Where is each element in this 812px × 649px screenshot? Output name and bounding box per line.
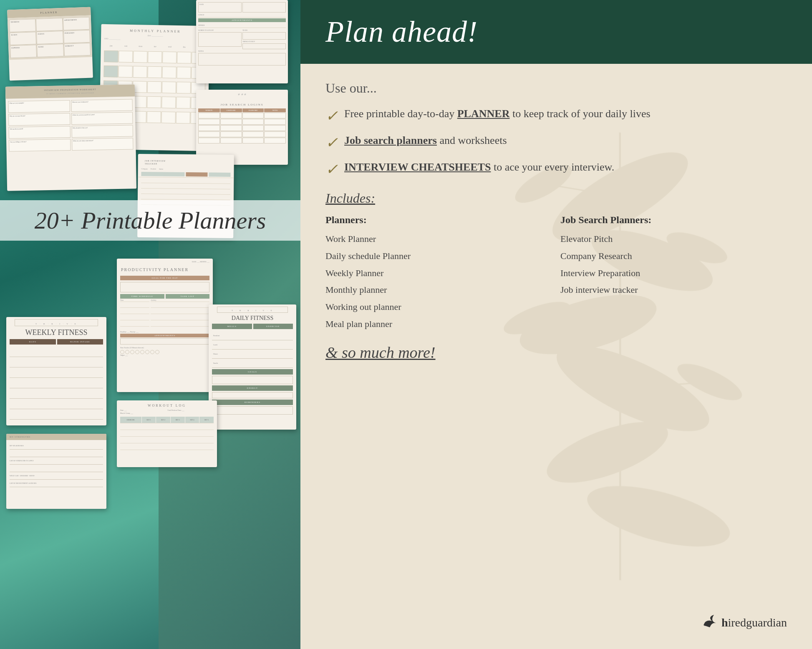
grid-cell: APPOINTMENTS [63, 17, 90, 30]
check-icon: ✓ [325, 134, 338, 151]
list-item: Daily schedule Planner [325, 248, 552, 265]
weekly-fitness-title: WEEKLY FITNESS [6, 328, 106, 337]
feature-interview: ✓ INTERVIEW CHEATSHEETS to ace your ever… [325, 160, 787, 178]
interview-prep-card: INTERVIEW PREPARATION WORKSHEET 10 MOST … [5, 84, 136, 191]
cal-grid: pnr sun mon tue wed thu fri [101, 44, 209, 49]
workout-log-title: WORKOUT LOG [117, 400, 217, 409]
list-item: Weekly Planner [325, 265, 552, 282]
overlay-text: 20+ Printable Planners [0, 200, 300, 241]
planners-column: Planners: Work Planner Daily schedule Pl… [325, 214, 552, 333]
grid-cell: NOTES [37, 44, 63, 57]
time-row: DINNER [198, 23, 286, 28]
header-title: Plan ahead! [325, 15, 787, 49]
right-panel: Plan ahead! Use our... ✓ Free printable … [300, 0, 812, 649]
appointments-section: Deadline: ___ Priority: ___ APPOINTMENTS [120, 330, 209, 345]
fitness-rows [6, 347, 106, 420]
overlay-bg: 20+ Printable Planners [0, 200, 300, 241]
job-search-logins-card: ✿ ✿ ✿ JOB SEARCH LOGINS WEBSITE USERNAME… [196, 90, 288, 165]
table-header: WEBSITE USERNAME PASSWORD NOTES [196, 108, 288, 112]
feature-job-search: ✓ Job search planners and worksheets [325, 133, 787, 151]
list-item: Work Planner [325, 231, 552, 248]
planners-list: Work Planner Daily schedule Planner Week… [325, 231, 552, 333]
use-our-label: Use our... [325, 80, 787, 96]
grid-cell [36, 18, 63, 31]
log-header-row: EXERCISE Set 1 Set 2 Set 3 Set 4 Set 5 [120, 417, 214, 423]
card-grid: THURSDAY APPOINTMENTS TO DO'S EVENTS PUR… [8, 15, 92, 60]
grid-cell: WORKOUT [64, 43, 91, 56]
svg-point-5 [581, 474, 736, 559]
table-rows [196, 113, 288, 143]
energy-label: ENERGY [212, 385, 293, 391]
question-cell: Where do you see yourself in 5 years? [71, 112, 133, 125]
so-much-more: & so much more! [325, 343, 787, 362]
cal-week-2 [100, 65, 209, 79]
question-cell: Why do you want this job? [8, 113, 70, 126]
grid-cell: EXPENSES [10, 45, 37, 58]
check-icon: ✓ [325, 161, 338, 178]
task-rows [117, 302, 213, 327]
question-cell: What are your weaknesses? [71, 99, 133, 112]
productivity-planner-title: PRODUCTIVITY PLANNER [117, 263, 213, 274]
questions-grid: What are your strengths? What are your w… [5, 96, 136, 154]
svg-point-4 [540, 410, 675, 496]
list-item: Meal plan planner [325, 316, 552, 333]
productivity-planner-card: DATE: ___ MONTH: ___ PRODUCTIVITY PLANNE… [117, 259, 213, 392]
brand-name: hiredguardian [721, 616, 787, 629]
grid-cell: EVENTS [36, 31, 63, 44]
job-search-heading: Job Search Planners: [560, 214, 787, 226]
workout-log-card: WORKOUT LOG Date: ___ Total Workout Time… [117, 400, 217, 467]
job-interview-tracker-title: JOB INTERVIEWTRACKER [138, 154, 234, 169]
list-item: Company Research [560, 248, 787, 265]
wing-icon [701, 613, 718, 632]
log-table: EXERCISE Set 1 Set 2 Set 3 Set 4 Set 5 [120, 417, 214, 450]
brand-text: T · H · R · I · V · E [15, 319, 98, 326]
check-icon: ✓ [325, 107, 338, 125]
feature-planner-text: Free printable day-to-day PLANNER to kee… [344, 106, 651, 121]
overlay-title: 20+ Printable Planners [8, 206, 292, 234]
question-cell: Why should we hire you? [71, 125, 133, 138]
question-cell: What are your salary expectations? [72, 138, 134, 151]
includes-title: Includes: [325, 191, 787, 206]
job-search-column: Job Search Planners: Elevator Pitch Comp… [560, 214, 787, 333]
form-section: MY WEAKNESSES LIST OF STRENGTHS TO APPLY… [6, 440, 106, 489]
content-area: Use our... ✓ Free printable day-to-day P… [300, 64, 812, 378]
cal-week-1 [101, 50, 209, 64]
list-item: Working out planner [325, 299, 552, 316]
grid-cell: PURCHASES [63, 30, 90, 43]
svg-line-10 [620, 382, 710, 388]
reminders-label: REMINDERS [212, 400, 293, 405]
header-banner: Plan ahead! [300, 0, 812, 64]
job-search-logins-title: JOB SEARCH LOGINS [196, 97, 288, 108]
goals-label: GOALS [212, 369, 293, 375]
list-item: Interview Preparation [560, 265, 787, 282]
daily-fitness-card: T · H · R · I · V · E DAILY FITNESS MEAL… [209, 304, 296, 430]
card-header: MY STRENGTHS [6, 434, 106, 440]
lists-container: Planners: Work Planner Daily schedule Pl… [325, 214, 787, 333]
grid-cell: TO DO'S [10, 32, 36, 45]
meals-labels: MEALS EXERCISE [209, 322, 296, 331]
question-cell: Tell me about yourself [9, 126, 71, 139]
left-panel: PLANNER THURSDAY APPOINTMENTS TO DO'S EV… [0, 0, 300, 649]
task-grid: TIME SCHEDULE TASK LIST [117, 294, 213, 299]
fitness-labels: DAYS WATER INTAKE [6, 337, 106, 347]
includes-section: Includes: Planners: Work Planner Daily s… [325, 191, 787, 362]
weekly-fitness-card: T · H · R · I · V · E WEEKLY FITNESS DAY… [6, 317, 106, 425]
job-search-list: Elevator Pitch Company Research Intervie… [560, 231, 787, 299]
feature-job-search-text: Job search planners and worksheets [344, 133, 507, 148]
time-row: LUNCH [198, 13, 286, 18]
meal-rows: Breakfast Lunch Dinner Snacks [209, 331, 296, 368]
question-cell: Are you willing to relocate? [9, 139, 71, 152]
grid-planner-card: PLANNER THURSDAY APPOINTMENTS TO DO'S EV… [7, 7, 93, 81]
feature-planner: ✓ Free printable day-to-day PLANNER to k… [325, 106, 787, 125]
planners-heading: Planners: [325, 214, 552, 226]
strength-planner-card: MY STRENGTHS MY WEAKNESSES LIST OF STREN… [6, 434, 106, 509]
daily-planner-card: DATE LUNCH APPOINTMENTS DINNER WORDS TO … [196, 0, 288, 83]
grid-cell: THURSDAY [9, 19, 36, 32]
list-item: Elevator Pitch [560, 231, 787, 248]
daily-fitness-title: DAILY FITNESS [209, 315, 296, 322]
question-cell: What are your strengths? [8, 100, 70, 113]
goal-for-day: GOAL FOR THE DAY [120, 276, 209, 280]
feature-interview-text: INTERVIEW CHEATSHEETS to ace your every … [344, 160, 614, 175]
brand-logo: hiredguardian [701, 613, 787, 632]
list-item: Job interview tracker [560, 282, 787, 299]
